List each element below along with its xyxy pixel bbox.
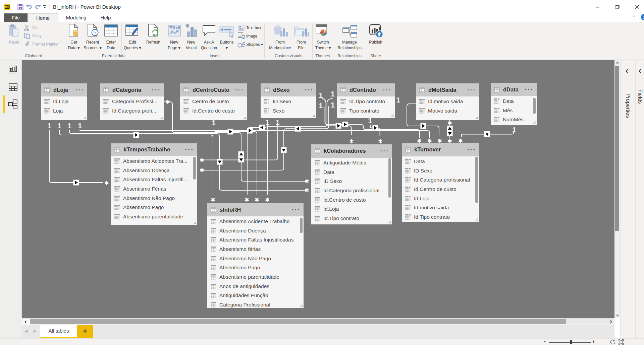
svg-text:1: 1 [276,118,280,127]
svg-text:1: 1 [67,122,71,130]
svg-text:1: 1 [331,101,335,109]
svg-text:1: 1 [319,91,323,99]
svg-text:1: 1 [57,122,61,130]
svg-text:1: 1 [47,122,51,130]
svg-text:1: 1 [512,126,516,134]
svg-text:1: 1 [319,101,323,110]
svg-text:1: 1 [78,122,82,130]
svg-text:1: 1 [265,118,269,127]
svg-text:1: 1 [331,90,335,98]
svg-text:1: 1 [396,96,400,104]
svg-text:A: A [239,25,240,28]
